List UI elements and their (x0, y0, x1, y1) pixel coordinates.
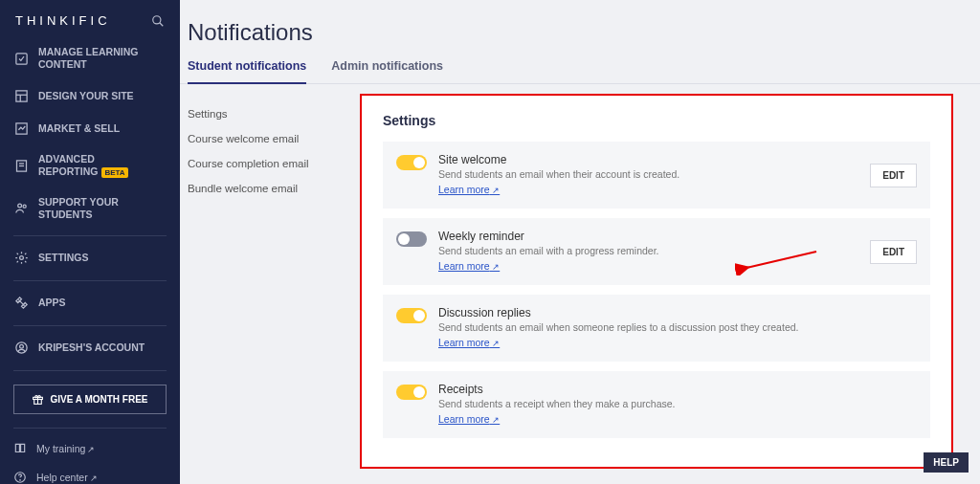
setting-desc: Send students a receipt when they make a… (438, 398, 917, 409)
svg-point-0 (153, 15, 161, 23)
svg-point-14 (19, 345, 23, 349)
svg-line-1 (160, 22, 164, 26)
section-subnav: Settings Course welcome email Course com… (180, 84, 360, 484)
tab-student-notifications[interactable]: Student notifications (188, 59, 306, 84)
setting-row-weekly-reminder: Weekly reminder Send students an email w… (383, 218, 930, 285)
setting-desc: Send students an email when their accoun… (438, 168, 858, 180)
report-icon (13, 158, 29, 173)
layout-icon (13, 88, 29, 103)
sidebar-item-label: SUPPORT YOUR STUDENTS (38, 196, 167, 221)
beta-badge: BETA (101, 167, 127, 178)
setting-title: Site welcome (438, 153, 858, 166)
sidebar-item-label: DESIGN YOUR SITE (38, 90, 134, 102)
content-scroll: Settings Site welcome Send students an e… (360, 84, 980, 484)
divider (13, 428, 167, 429)
sidebar-item-manage-content[interactable]: MANAGE LEARNING CONTENT (0, 37, 180, 79)
learn-more-link[interactable]: Learn more (438, 337, 500, 348)
page-title: Notifications (180, 19, 980, 59)
edit-icon (13, 51, 29, 66)
help-badge[interactable]: HELP (924, 452, 969, 473)
subnav-course-completion[interactable]: Course completion email (188, 151, 352, 176)
setting-title: Discussion replies (438, 306, 917, 319)
footer-link-help[interactable]: Help center↗ (0, 463, 180, 484)
external-link-icon: ↗ (87, 445, 95, 454)
svg-point-12 (19, 256, 23, 260)
user-circle-icon (13, 341, 29, 356)
book-icon (13, 442, 27, 455)
help-icon (13, 471, 27, 484)
sidebar-item-support-students[interactable]: SUPPORT YOUR STUDENTS (0, 187, 180, 230)
svg-point-10 (17, 204, 21, 208)
footer-link-label: Help center↗ (36, 472, 98, 483)
divider (13, 370, 167, 371)
subnav-bundle-welcome[interactable]: Bundle welcome email (188, 176, 352, 201)
edit-button[interactable]: EDIT (870, 240, 917, 264)
gift-icon (32, 393, 44, 406)
settings-panel: Settings Site welcome Send students an e… (360, 94, 953, 469)
toggle-weekly-reminder[interactable] (396, 231, 427, 247)
setting-row-receipts: Receipts Send students a receipt when th… (383, 371, 930, 438)
setting-row-site-welcome: Site welcome Send students an email when… (383, 142, 930, 209)
sidebar: THINKIFIC MANAGE LEARNING CONTENT DESIGN… (0, 0, 180, 484)
learn-more-link[interactable]: Learn more (438, 260, 500, 272)
subnav-course-welcome[interactable]: Course welcome email (188, 126, 352, 151)
tab-admin-notifications[interactable]: Admin notifications (331, 59, 443, 83)
sidebar-item-apps[interactable]: APPS (0, 287, 180, 319)
sidebar-item-settings[interactable]: SETTINGS (0, 242, 180, 275)
gift-button-label: GIVE A MONTH FREE (50, 394, 147, 405)
sidebar-item-account[interactable]: KRIPESH'S ACCOUNT (0, 332, 180, 364)
svg-point-11 (23, 205, 26, 208)
edit-button[interactable]: EDIT (870, 164, 917, 187)
users-icon (13, 201, 29, 216)
setting-desc: Send students an email when someone repl… (438, 321, 917, 333)
learn-more-link[interactable]: Learn more (438, 184, 500, 195)
brand-logo: THINKIFIC (15, 13, 111, 28)
footer-link-training[interactable]: My training↗ (0, 434, 180, 463)
sidebar-item-label: KRIPESH'S ACCOUNT (38, 341, 145, 354)
chart-icon (13, 121, 29, 136)
toggle-receipts[interactable] (396, 385, 427, 400)
sidebar-item-label: APPS (38, 297, 66, 309)
setting-title: Weekly reminder (438, 230, 858, 243)
divider (13, 280, 167, 281)
sidebar-item-label: ADVANCED REPORTINGBETA (38, 153, 167, 178)
sidebar-item-design-site[interactable]: DESIGN YOUR SITE (0, 79, 180, 112)
main-content: Notifications Student notifications Admi… (180, 0, 980, 484)
sidebar-item-label: MARKET & SELL (38, 122, 120, 135)
toggle-discussion-replies[interactable] (396, 308, 427, 323)
sidebar-item-label: MANAGE LEARNING CONTENT (38, 46, 167, 71)
toggle-site-welcome[interactable] (396, 155, 427, 170)
gear-icon (13, 251, 29, 266)
divider (13, 235, 167, 236)
give-month-free-button[interactable]: GIVE A MONTH FREE (13, 385, 167, 414)
sidebar-item-market-sell[interactable]: MARKET & SELL (0, 112, 180, 144)
setting-row-discussion-replies: Discussion replies Send students an emai… (383, 295, 930, 362)
svg-point-19 (20, 479, 21, 480)
external-link-icon: ↗ (90, 473, 98, 483)
svg-rect-3 (15, 91, 26, 101)
footer-link-label: My training↗ (36, 443, 95, 454)
setting-desc: Send students an email with a progress r… (438, 245, 858, 256)
subnav-settings[interactable]: Settings (188, 101, 352, 126)
sidebar-item-label: SETTINGS (38, 252, 89, 264)
tabs: Student notifications Admin notification… (180, 59, 980, 84)
divider (13, 325, 167, 326)
settings-panel-title: Settings (383, 113, 930, 128)
search-icon[interactable] (151, 14, 165, 28)
plug-icon (13, 296, 29, 311)
setting-title: Receipts (438, 383, 917, 396)
learn-more-link[interactable]: Learn more (438, 413, 500, 425)
sidebar-item-advanced-reporting[interactable]: ADVANCED REPORTINGBETA (0, 144, 180, 187)
